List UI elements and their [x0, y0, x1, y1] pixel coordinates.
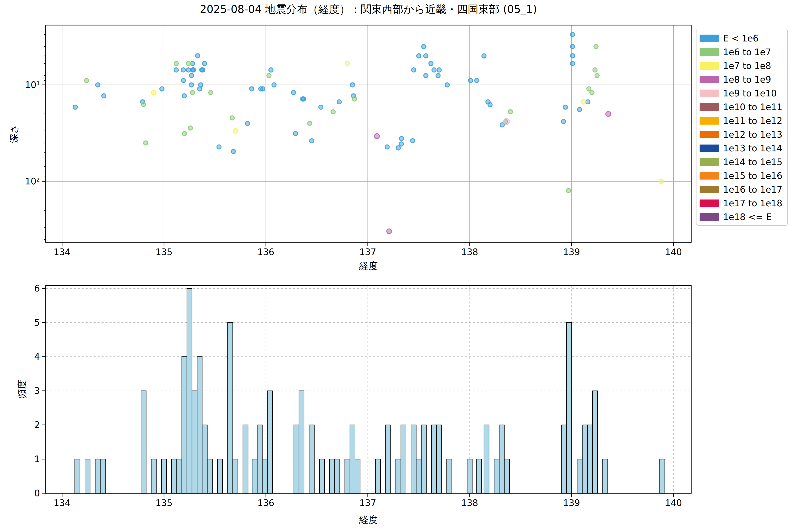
hist-y-tick-label: 4 [34, 352, 40, 362]
hist-bar [162, 459, 167, 493]
scatter-point [84, 78, 89, 83]
hist-bar [335, 459, 340, 493]
scatter-point [488, 102, 492, 107]
scatter-point [411, 139, 415, 143]
hist-bar [603, 459, 608, 493]
scatter-point [429, 61, 433, 65]
scatter-point [399, 142, 403, 146]
legend-row: 1e9 to 1e10 [700, 87, 787, 100]
hist-bar [484, 425, 489, 493]
hist-xlabel: 経度 [46, 513, 691, 526]
scatter-x-tick-label: 134 [54, 247, 71, 257]
hist-y-tick-label: 3 [34, 386, 40, 396]
hist-bar [396, 459, 401, 493]
legend-row: 1e8 to 1e9 [700, 73, 787, 87]
scatter-point [595, 73, 599, 78]
legend-label: 1e8 to 1e9 [723, 75, 771, 85]
hist-x-tick-label: 140 [665, 498, 682, 508]
scatter-point [504, 119, 509, 125]
hist-bar [476, 459, 481, 493]
scatter-point [571, 32, 575, 37]
scatter-point [593, 68, 597, 72]
hist-x-tick-label: 136 [258, 498, 274, 508]
hist-bar [233, 459, 238, 493]
legend-label: 1e15 to 1e16 [723, 171, 782, 181]
figure-title: 2025-08-04 地震分布（経度）：関東西部から近畿・四国東部 (05_1) [46, 2, 691, 16]
legend-swatch-icon [700, 186, 719, 193]
scatter-point [174, 68, 178, 72]
legend-label: E < 1e6 [723, 33, 759, 43]
scatter-point [272, 83, 276, 87]
scatter-point [578, 108, 582, 112]
legend-label: 1e6 to 1e7 [723, 47, 771, 57]
scatter-point [337, 100, 341, 104]
scatter-point [561, 119, 566, 124]
scatter-point [250, 87, 254, 91]
scatter-point [590, 91, 594, 95]
hist-x-tick-label: 138 [461, 498, 478, 508]
legend-swatch-icon [700, 172, 719, 179]
hist-x-tick-label: 137 [359, 498, 376, 508]
legend-row: E < 1e6 [700, 32, 787, 45]
scatter-point [374, 134, 379, 138]
hist-bar [257, 425, 262, 493]
hist-bar [262, 459, 267, 493]
scatter-point [310, 139, 314, 143]
hist-y-tick-label: 6 [34, 283, 40, 293]
hist-bar [376, 459, 381, 493]
hist-bar [95, 459, 100, 493]
hist-bar [592, 391, 597, 493]
scatter-point [594, 44, 598, 49]
scatter-point [432, 68, 436, 72]
hist-bar [252, 459, 257, 493]
legend-swatch-icon [700, 145, 719, 152]
legend-swatch-icon [700, 76, 719, 83]
scatter-point [387, 229, 392, 234]
hist-bar [319, 459, 324, 493]
hist-y-tick-label: 1 [34, 454, 40, 464]
legend-label: 1e13 to 1e14 [723, 143, 782, 153]
scatter-point [190, 61, 195, 65]
scatter-xlabel: 経度 [46, 260, 691, 272]
hist-bar [187, 288, 192, 493]
hist-bar [217, 459, 223, 493]
hist-bar [243, 425, 248, 493]
scatter-point [587, 87, 591, 91]
hist-bar [228, 323, 233, 493]
legend-swatch-icon [700, 90, 719, 97]
hist-bar [660, 459, 665, 493]
scatter-point [233, 129, 238, 133]
legend-label: 1e17 to 1e18 [723, 198, 782, 208]
legend-label: 1e11 to 1e12 [723, 116, 782, 126]
hist-x-tick-label: 139 [563, 498, 580, 508]
scatter-point [197, 87, 202, 91]
legend-row: 1e14 to 1e15 [700, 155, 787, 169]
hist-bar [499, 425, 504, 493]
scatter-point [424, 54, 428, 58]
scatter-point [181, 68, 186, 72]
hist-y-tick-label: 2 [34, 420, 40, 430]
legend-row: 1e6 to 1e7 [700, 45, 787, 59]
scatter-point [144, 141, 148, 145]
hist-bar [330, 459, 335, 493]
hist-bar [141, 391, 146, 493]
hist-bar [350, 425, 355, 493]
scatter-point [230, 116, 234, 120]
hist-bar [100, 459, 105, 493]
hist-bar [494, 459, 499, 493]
scatter-point [350, 83, 355, 87]
scatter-x-tick-label: 138 [461, 247, 478, 257]
scatter-point [186, 61, 191, 65]
scatter-point [399, 136, 403, 140]
scatter-point [319, 105, 323, 109]
scatter-point [102, 94, 106, 98]
scatter-point [231, 149, 235, 154]
scatter-point [475, 78, 479, 83]
hist-bar [504, 459, 509, 493]
legend-swatch-icon [700, 131, 719, 138]
hist-ylabel: 頻度 [16, 380, 28, 399]
legend-row: 1e17 to 1e18 [700, 196, 787, 210]
scatter-x-tick-label: 137 [359, 247, 376, 257]
scatter-point [174, 61, 178, 65]
legend-swatch-icon [700, 213, 719, 221]
